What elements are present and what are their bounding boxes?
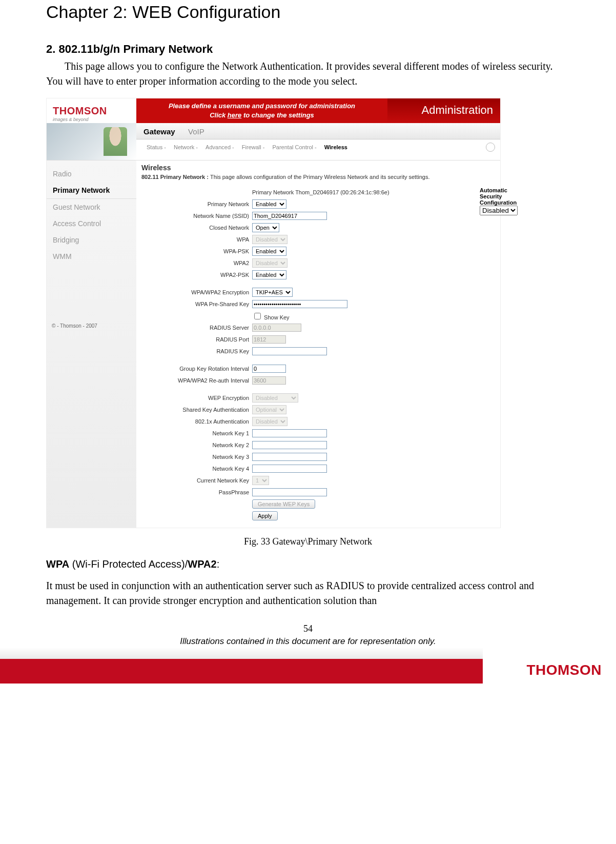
alert-line2a: Click <box>210 111 228 119</box>
page-number: 54 <box>46 624 570 634</box>
gkri-input[interactable] <box>252 365 286 373</box>
lbl-wpa2-psk: WPA2-PSK <box>141 272 252 278</box>
lbl-reauth: WPA/WPA2 Re-auth Interval <box>141 377 252 384</box>
lbl-gkri: Group Key Rotation Interval <box>141 366 252 372</box>
reauth-input <box>252 376 286 385</box>
sidebar-copyright: © - Thomson - 2007 <box>47 321 136 331</box>
sub-nav: Status - Network - Advanced - Firewall -… <box>143 144 351 150</box>
lbl-wep: WEP Encryption <box>141 395 252 401</box>
passphrase-input[interactable] <box>252 488 327 496</box>
main-heading: Wireless <box>141 164 495 172</box>
page-header-title: Administration <box>387 98 500 123</box>
subnav-firewall[interactable]: Firewall - <box>242 144 265 150</box>
footer-note: Illustrations contained in this document… <box>46 636 570 647</box>
radius-key-input[interactable] <box>252 347 327 355</box>
lbl-wpa2: WPA2 <box>141 260 252 266</box>
sidebar-item-primary-network[interactable]: Primary Network <box>47 182 136 199</box>
nk3-input[interactable] <box>252 453 327 461</box>
encryption-select[interactable]: TKIP+AES <box>252 288 293 297</box>
apply-button[interactable]: Apply <box>252 511 278 520</box>
section-title: 2. 802.11b/g/n Primary Network <box>46 43 570 56</box>
figure-caption: Fig. 33 Gateway\Primary Network <box>46 536 570 547</box>
sidebar-item-bridging[interactable]: Bridging <box>47 232 136 248</box>
lbl-encryption: WPA/WPA2 Encryption <box>141 289 252 295</box>
subnav-advanced[interactable]: Advanced - <box>206 144 234 150</box>
decorative-photo <box>47 123 136 160</box>
sidebar-item-access-control[interactable]: Access Control <box>47 215 136 232</box>
footer-brand-logo: THOMSON <box>525 662 603 678</box>
show-key-label: Show Key <box>264 314 290 320</box>
lbl-radius-server: RADIUS Server <box>141 325 252 331</box>
ska-select: Optional <box>252 405 286 414</box>
auto-security-label: Automatic Security Configuration <box>480 187 517 206</box>
wpa-paragraph: It must be used in conjunction with an a… <box>46 578 570 608</box>
wpa2-select: Disabled <box>252 258 288 268</box>
lbl-dot1x: 802.1x Authentication <box>141 418 252 425</box>
lbl-nk3: Network Key 3 <box>141 454 252 460</box>
alert-line1: Please define a username and password fo… <box>140 102 383 111</box>
alert-here-link[interactable]: here <box>228 111 241 119</box>
subnav-network[interactable]: Network - <box>174 144 198 150</box>
nk2-input[interactable] <box>252 441 327 449</box>
sidebar-item-wmm[interactable]: WMM <box>47 248 136 265</box>
mac-line: Primary Network Thom_D2046917 (00:26:24:… <box>252 189 495 195</box>
lbl-radius-key: RADIUS Key <box>141 348 252 354</box>
generate-wep-button: Generate WEP Keys <box>252 499 315 509</box>
sidebar: Radio Primary Network Guest Network Acce… <box>47 160 136 528</box>
logo-tagline: images & beyond <box>53 117 132 122</box>
lbl-nk2: Network Key 2 <box>141 442 252 448</box>
lbl-ska: Shared Key Authentication <box>141 407 252 413</box>
top-tabs: Gateway VoIP <box>136 123 500 139</box>
subnav-parental[interactable]: Parental Control - <box>273 144 317 150</box>
brand-logo: THOMSON images & beyond <box>47 98 136 123</box>
alert-line2b: to change the settings <box>241 111 314 119</box>
auto-security-block: Automatic Security Configuration Disable… <box>480 187 518 215</box>
wpa2-psk-select[interactable]: Enabled <box>252 270 286 279</box>
sidebar-item-guest-network[interactable]: Guest Network <box>47 199 136 215</box>
wpa-psk-select[interactable]: Enabled <box>252 247 286 256</box>
alert-banner: Please define a username and password fo… <box>136 98 387 123</box>
chapter-title: Chapter 2: WEB Configuration <box>46 0 570 22</box>
lbl-cnk: Current Network Key <box>141 477 252 484</box>
footer-bar: THOMSON <box>0 659 616 684</box>
wpa-subtitle: WPA (Wi-Fi Protected Access)/WPA2: <box>46 558 570 570</box>
lbl-nk1: Network Key 1 <box>141 430 252 436</box>
dot1x-select: Disabled <box>252 417 288 426</box>
ssid-input[interactable] <box>252 212 327 220</box>
show-key-checkbox[interactable] <box>254 313 261 319</box>
nk4-input[interactable] <box>252 465 327 473</box>
lbl-closed: Closed Network <box>141 225 252 231</box>
logo-text: THOMSON <box>53 105 107 116</box>
auto-security-select[interactable]: Disabled <box>480 206 518 215</box>
lbl-ssid: Network Name (SSID) <box>141 213 252 219</box>
nk1-input[interactable] <box>252 429 327 437</box>
radius-port-input <box>252 335 286 344</box>
subnav-status[interactable]: Status - <box>147 144 166 150</box>
radius-server-input <box>252 324 301 332</box>
refresh-icon[interactable] <box>486 143 495 152</box>
psk-input[interactable] <box>252 300 347 308</box>
lbl-nk4: Network Key 4 <box>141 466 252 472</box>
lbl-wpa: WPA <box>141 236 252 243</box>
tab-gateway[interactable]: Gateway <box>143 127 175 136</box>
cnk-select: 1 <box>252 476 269 485</box>
lbl-psk: WPA Pre-Shared Key <box>141 301 252 307</box>
subnav-wireless[interactable]: Wireless <box>324 144 347 150</box>
intro-paragraph: This page allows you to configure the Ne… <box>46 59 570 89</box>
wep-select: Disabled <box>252 393 298 403</box>
sidebar-item-radio[interactable]: Radio <box>47 166 136 182</box>
lbl-passphrase: PassPhrase <box>141 489 252 495</box>
lbl-primary-network: Primary Network <box>141 201 252 207</box>
lbl-wpa-psk: WPA-PSK <box>141 248 252 254</box>
closed-network-select[interactable]: Open <box>252 223 279 232</box>
main-desc-text: This page allows configuration of the Pr… <box>210 174 430 180</box>
tab-voip[interactable]: VoIP <box>188 127 204 136</box>
screenshot-gateway-primary-network: THOMSON images & beyond Please define a … <box>46 98 501 528</box>
wpa-select: Disabled <box>252 235 288 244</box>
lbl-radius-port: RADIUS Port <box>141 336 252 343</box>
primary-network-select[interactable]: Enabled <box>252 199 286 209</box>
main-desc-label: 802.11 Primary Network : <box>141 174 210 180</box>
